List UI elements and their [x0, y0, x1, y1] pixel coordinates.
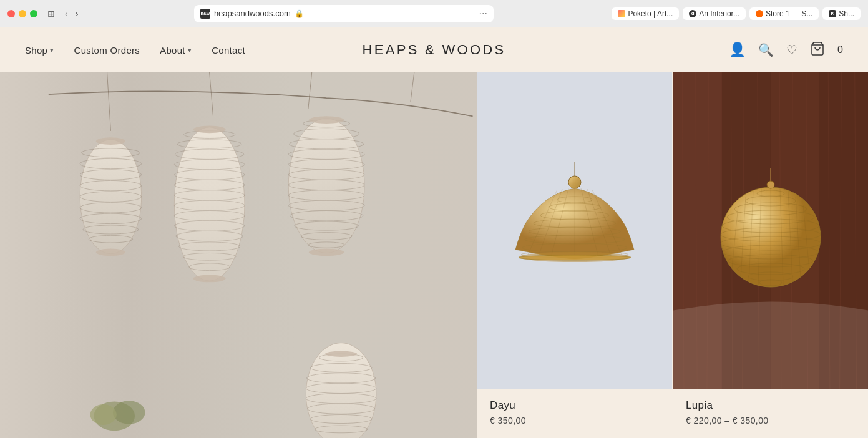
svg-point-64	[90, 404, 117, 425]
close-button[interactable]	[7, 10, 15, 17]
nav-custom-orders[interactable]: Custom Orders	[74, 45, 140, 56]
tab-k-label: Sh...	[839, 9, 854, 18]
tab-poketo-label: Poketo | Art...	[628, 9, 673, 18]
svg-point-50	[309, 116, 344, 124]
dayu-lamp-svg	[506, 162, 643, 299]
lupia-lamp-svg	[708, 168, 833, 293]
brand-logo[interactable]: HEAPS & WOODS	[363, 42, 506, 58]
lock-icon: 🔒	[295, 9, 304, 18]
brand-name-text: HEAPS & WOODS	[363, 42, 506, 57]
about-chevron-icon: ▾	[188, 46, 192, 54]
browser-chrome: ⊞ ‹ › h&w heapsandwoods.com 🔒 ··· Poketo…	[0, 0, 868, 27]
svg-point-35	[193, 275, 226, 283]
svg-point-66	[568, 176, 581, 188]
dayu-image-wrap	[477, 72, 672, 389]
nav-left: Shop ▾ Custom Orders About ▾ Contact	[25, 45, 245, 56]
cart-icon[interactable]	[810, 41, 825, 59]
url-text: heapsandwoods.com	[214, 9, 291, 18]
back-arrow-icon[interactable]: ‹	[62, 7, 71, 20]
poketo-favicon	[618, 10, 625, 17]
search-icon[interactable]: 🔍	[758, 42, 774, 57]
forward-arrow-icon[interactable]: ›	[73, 7, 81, 20]
dayu-product-name: Dayu	[490, 399, 660, 412]
lupia-product-price: € 220,00 – € 350,00	[686, 416, 856, 426]
website-content: Shop ▾ Custom Orders About ▾ Contact HEA…	[0, 27, 868, 438]
address-bar[interactable]: h&w heapsandwoods.com 🔒 ···	[194, 5, 494, 22]
svg-point-18	[96, 248, 125, 256]
wishlist-icon[interactable]: ♡	[786, 42, 797, 57]
hero-image	[0, 72, 477, 438]
browser-nav-arrows: ‹ ›	[62, 7, 80, 20]
dayu-product-price: € 350,00	[490, 416, 660, 426]
lupia-image-wrap	[673, 72, 868, 389]
tab-interior-label: An Interior...	[699, 9, 739, 18]
product-card-lupia[interactable]: Lupia € 220,00 – € 350,00	[673, 72, 868, 438]
tab-store-label: Store 1 — S...	[766, 9, 812, 18]
dayu-product-info: Dayu € 350,00	[477, 389, 672, 438]
sidebar-toggle-icon[interactable]: ⊞	[47, 9, 55, 19]
shop-chevron-icon: ▾	[50, 46, 54, 54]
product-card-dayu[interactable]: Dayu € 350,00	[477, 72, 672, 438]
fullscreen-button[interactable]	[30, 10, 37, 17]
cart-count-badge: 0	[837, 44, 843, 56]
lupia-product-image	[673, 72, 868, 389]
tab-store[interactable]: Store 1 — S...	[749, 7, 819, 20]
lupia-product-info: Lupia € 220,00 – € 350,00	[673, 389, 868, 438]
lanterns-illustration	[0, 72, 477, 438]
tab-poketo[interactable]: Poketo | Art...	[612, 7, 679, 20]
svg-point-124	[767, 181, 774, 188]
site-favicon: h&w	[200, 9, 210, 19]
svg-point-7	[80, 140, 141, 254]
svg-point-61	[325, 351, 358, 357]
cart-bag-icon	[810, 41, 825, 56]
lupia-product-name: Lupia	[686, 399, 856, 412]
svg-point-83	[519, 255, 631, 260]
svg-point-34	[193, 126, 226, 134]
nav-right: 👤 🔍 ♡ 0	[729, 41, 843, 59]
svg-point-51	[309, 248, 344, 256]
tab-k[interactable]: K Sh...	[822, 7, 861, 20]
nav-about[interactable]: About ▾	[160, 45, 192, 56]
svg-rect-2	[0, 72, 477, 438]
traffic-lights	[7, 10, 37, 17]
product-cards: Dayu € 350,00	[477, 72, 868, 438]
svg-point-17	[96, 137, 125, 145]
interior-favicon: d	[689, 10, 696, 17]
minimize-button[interactable]	[19, 10, 26, 17]
dayu-product-image	[477, 72, 672, 389]
site-nav: Shop ▾ Custom Orders About ▾ Contact HEA…	[0, 27, 868, 72]
more-options-icon[interactable]: ···	[479, 8, 487, 19]
account-icon[interactable]: 👤	[729, 42, 746, 58]
k-favicon: K	[829, 10, 836, 17]
main-content: Dayu € 350,00	[0, 72, 868, 438]
nav-contact[interactable]: Contact	[212, 45, 245, 56]
svg-point-63	[113, 401, 145, 424]
nav-shop[interactable]: Shop ▾	[25, 45, 54, 56]
store-favicon	[756, 10, 763, 17]
tab-interior[interactable]: d An Interior...	[683, 7, 746, 20]
browser-tabs: Poketo | Art... d An Interior... Store 1…	[612, 7, 861, 20]
